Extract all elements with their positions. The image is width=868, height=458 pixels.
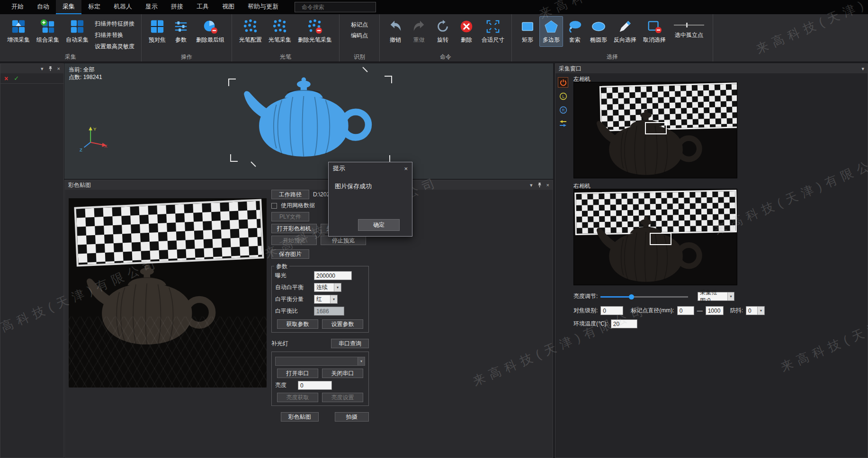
save-image-button[interactable]: 保存图片 [271,249,309,259]
temperature-label: 环境温度(℃): [573,320,608,328]
use-grid-checkbox[interactable] [271,203,277,209]
menu-item-stitch[interactable]: 拼接 [164,0,190,14]
menu-item-view[interactable]: 视图 [215,0,241,14]
marker-max-field[interactable] [706,306,724,315]
ellipse-select-button[interactable]: 椭圆形 [587,16,610,47]
temperature-field[interactable] [611,319,637,328]
undo-button[interactable]: 撤销 [384,16,407,47]
get-params-button[interactable]: 获取参数 [277,319,318,329]
axis-gizmo: Y X Z [79,124,108,153]
scan-feature-align-button[interactable]: 扫描并特征拼接 [95,20,134,28]
ply-file-button[interactable]: PLY文件 [271,212,309,221]
swap-cameras-button[interactable] [558,118,568,129]
serial-port-select[interactable]: ▾ [275,357,365,366]
close-icon[interactable]: × [546,183,549,188]
power-button[interactable] [558,77,568,88]
open-serial-button[interactable]: 打开串口 [277,369,318,378]
focus-level-label: 对焦级别: [573,307,598,315]
marker-min-field[interactable] [677,306,694,315]
color-map-button[interactable]: 彩色贴图 [281,412,319,422]
menu-item-auto[interactable]: 自动 [30,0,56,14]
prefocus-button[interactable]: 预对焦 [145,16,169,47]
auto-capture-icon [70,19,85,34]
right-camera-toggle-button[interactable]: R [558,105,568,115]
menu-item-start[interactable]: 开始 [5,0,30,14]
lasso-select-button[interactable]: 套索 [563,16,587,47]
chevron-down-icon: ▾ [757,307,764,315]
close-icon[interactable]: × [404,165,408,172]
close-icon[interactable]: × [57,66,60,71]
parameters-button[interactable]: 参数 [169,16,193,47]
brightness-label: 亮度 [275,381,294,389]
brightness-set-button[interactable]: 亮度设置 [322,393,363,402]
awb-select[interactable]: 连续 ▾ [314,283,341,292]
menu-item-robot[interactable]: 机器人 [107,0,139,14]
left-camera-toggle-button[interactable]: L [558,91,568,101]
open-color-camera-button[interactable]: 打开彩色相机 [271,224,317,233]
slider-thumb[interactable] [686,23,688,27]
color-panel-titlebar: 彩色贴图 ▾ × [65,180,553,190]
marker-code-points-button[interactable]: 标记点 编码点 [343,16,376,40]
redo-button[interactable]: 重做 [407,16,431,47]
max-sensitivity-button[interactable]: 设置最高灵敏度 [95,43,134,51]
work-path-button[interactable]: 工作路径 [271,190,309,199]
command-search-box[interactable] [295,2,376,12]
redo-icon [412,19,427,34]
serial-query-button[interactable]: 串口查询 [331,339,369,348]
brightness-field[interactable] [298,381,332,390]
pin-icon[interactable] [48,66,53,71]
menu-item-capture[interactable]: 采集 [56,0,81,14]
rotate-button[interactable]: 旋转 [431,16,455,47]
shoot-button[interactable]: 拍摄 [335,412,369,422]
set-params-button[interactable]: 设置参数 [322,319,363,329]
chevron-down-icon[interactable]: ▾ [41,66,44,71]
lightpen-config-button[interactable]: 光笔配置 [236,16,265,47]
lightpen-capture-button[interactable]: 光笔采集 [265,16,295,47]
auto-capture-button[interactable]: 自动采集 [63,16,92,47]
parameters-icon [173,19,188,34]
menu-item-calibration[interactable]: 标定 [81,0,107,14]
teapot-photo [586,212,714,285]
invert-select-button[interactable]: 反向选择 [610,16,640,47]
delete-last-group-button[interactable]: 删除最后组 [193,16,228,47]
slider-thumb[interactable] [629,294,634,299]
capture-range-select[interactable]: 采集范围:0 ▾ [698,292,734,301]
capture-window-title: 采集窗口 [559,65,582,73]
polygon-select-button[interactable]: 多边形 [539,16,563,47]
rect-select-button[interactable]: 矩形 [516,16,539,47]
accept-icon[interactable]: ✓ [14,75,19,82]
delete-lightpen-capture-button[interactable]: 删除光笔采集 [295,16,335,47]
start-preview-button[interactable]: 开始预览 [271,236,317,245]
pin-icon[interactable] [537,182,542,188]
menu-item-tools[interactable]: 工具 [190,0,215,14]
isolated-points-slider[interactable] [674,23,704,27]
enhanced-capture-button[interactable]: 增强采集 [4,16,33,47]
brightness-get-button[interactable]: 亮度获取 [277,393,318,402]
viewport-3d[interactable]: 当前: 全部 点数: 198241 Y X Z [64,63,553,179]
brightness-slider[interactable] [600,294,688,299]
ok-button[interactable]: 确定 [358,219,400,231]
cancel-select-button[interactable]: 取消选择 [640,16,669,47]
teapot-pointcloud[interactable] [230,72,386,167]
focus-level-field[interactable] [600,306,623,315]
menu-item-help[interactable]: 帮助与更新 [241,0,285,14]
chevron-down-icon[interactable]: ▾ [530,183,533,188]
command-search-input[interactable] [302,4,375,10]
menu-item-display[interactable]: 显示 [139,0,164,14]
stabilize-label: 防抖: [730,307,743,315]
use-grid-label: 使用网格数据 [281,202,315,210]
reject-icon[interactable]: × [4,75,8,82]
chevron-down-icon[interactable]: ▾ [861,66,864,71]
delete-button[interactable]: 删除 [455,16,478,47]
stop-preview-button[interactable]: 停止预览 [321,236,366,245]
scan-replace-button[interactable]: 扫描并替换 [95,31,134,39]
wb-component-select[interactable]: 红 ▾ [314,295,338,304]
invert-select-icon [617,19,633,34]
combined-capture-button[interactable]: 组合采集 [33,16,63,47]
exposure-field[interactable] [314,271,352,280]
close-serial-button[interactable]: 关闭串口 [322,369,363,378]
fit-size-button[interactable]: 合适尺寸 [478,16,508,47]
stabilize-select[interactable]: 0 ▾ [746,306,765,315]
button-label: 撤销 [390,36,401,44]
cancel-select-icon [647,19,662,34]
